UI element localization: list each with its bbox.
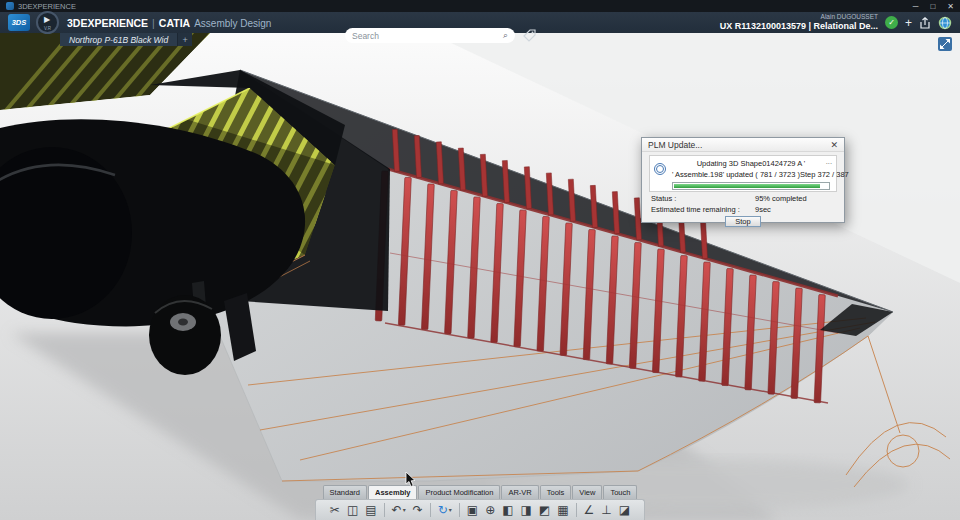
status-value: 95% completed	[755, 194, 807, 203]
dialog-step-counter: Step 372 / 387	[800, 170, 849, 179]
engineering-connection-button[interactable]: ∠	[584, 504, 595, 516]
toolbar-separator	[384, 503, 385, 517]
tab-ar-vr[interactable]: AR-VR	[501, 485, 538, 499]
compass-play-icon: ▶	[44, 16, 50, 24]
redo-button[interactable]: ↷	[413, 504, 423, 516]
tag-icon[interactable]	[523, 28, 536, 46]
plm-update-dialog[interactable]: PLM Update... ✕ ... Updating 3D Shape014…	[641, 137, 845, 223]
compass-sub-label: V.R	[38, 26, 57, 31]
3ds-logo[interactable]: 3DS	[8, 14, 30, 31]
tab-product-modification[interactable]: Product Modification	[418, 485, 500, 499]
dialog-more-button[interactable]: ...	[826, 157, 832, 166]
wheel-hub-center	[178, 319, 188, 326]
tab-standard[interactable]: Standard	[323, 485, 367, 499]
search-input[interactable]	[352, 31, 503, 41]
status-online-badge[interactable]: ✓	[885, 16, 898, 29]
toolbar-separator	[430, 503, 431, 517]
session-label: UX R1132100013579 | Relational De...	[720, 21, 878, 32]
axis-system-button[interactable]: ⊕	[485, 504, 495, 516]
search-icon[interactable]: ⌕	[503, 31, 508, 40]
collaboration-globe-icon[interactable]	[938, 16, 952, 30]
window-title: 3DEXPERIENCE	[18, 2, 76, 11]
update-dropdown-icon[interactable]: ▾	[449, 507, 452, 513]
mouse-cursor	[405, 472, 417, 492]
app-header: 3DS ▶ V.R 3DEXPERIENCE | CATIA Assembly …	[0, 12, 960, 33]
action-toolbar: ✂ ◫ ▤ ↶▾ ↷ ↻▾ ▣ ⊕ ◧ ◨ ◩ ▦ ∠ ⊥ ◪	[0, 499, 960, 520]
existing-product-button[interactable]: ◨	[521, 504, 532, 516]
assemble-button[interactable]: ▦	[557, 504, 568, 516]
application-window: 3DEXPERIENCE ─ □ ✕ 3DS ▶ V.R 3DEXPERIENC…	[0, 0, 960, 520]
search-bar[interactable]: ⌕	[345, 28, 515, 43]
ribbon-tab-bar: Standard Assembly Product Modification A…	[0, 485, 960, 499]
3d-scene-aircraft-wing[interactable]	[0, 33, 960, 520]
snap-button[interactable]: ◩	[539, 504, 550, 516]
minimize-button[interactable]: ─	[913, 2, 919, 11]
brand-role: Assembly Design	[194, 18, 271, 29]
maximize-button[interactable]: □	[930, 2, 935, 11]
toolbar-separator	[576, 503, 577, 517]
dialog-close-icon[interactable]: ✕	[830, 140, 838, 150]
insert-product-button[interactable]: ▣	[467, 504, 478, 516]
undo-dropdown-icon[interactable]: ▾	[403, 507, 406, 513]
3d-viewport[interactable]: Northrop P-61B Black Wid + PLM Update...…	[0, 33, 960, 520]
close-button[interactable]: ✕	[947, 2, 954, 11]
add-content-button[interactable]: +	[905, 17, 912, 29]
header-right-cluster: Alain DUGOUSSET UX R1132100013579 | Rela…	[720, 13, 952, 32]
section-button[interactable]: ◪	[619, 504, 630, 516]
brand-3dexperience: 3DEXPERIENCE	[67, 17, 148, 29]
status-label: Status :	[651, 194, 755, 203]
copy-button[interactable]: ◫	[347, 504, 358, 516]
dialog-updating-line: Updating 3D Shape01424729 A '	[672, 159, 830, 168]
brand-catia: CATIA	[159, 17, 190, 29]
new-component-button[interactable]: ◧	[502, 504, 513, 516]
dialog-titlebar[interactable]: PLM Update... ✕	[642, 138, 844, 152]
app-brand: 3DEXPERIENCE | CATIA Assembly Design	[67, 17, 271, 29]
toolbar-separator	[459, 503, 460, 517]
document-tab-label: Northrop P-61B Black Wid	[69, 35, 168, 45]
dialog-assemble-line: ' Assemble.198' updated ( 781 / 3723 )	[672, 170, 800, 179]
progress-bar	[672, 182, 830, 190]
share-icon[interactable]	[919, 17, 931, 29]
user-session-block: Alain DUGOUSSET UX R1132100013579 | Rela…	[720, 13, 878, 32]
tab-tools[interactable]: Tools	[540, 485, 572, 499]
eta-label: Estimated time remaining :	[651, 205, 755, 214]
user-name: Alain DUGOUSSET	[720, 13, 878, 21]
eta-value: 9sec	[755, 205, 771, 214]
document-tab-row: Northrop P-61B Black Wid +	[60, 33, 192, 46]
app-logo-icon	[6, 2, 14, 10]
cut-button[interactable]: ✂	[330, 504, 340, 516]
tab-view[interactable]: View	[572, 485, 602, 499]
update-button[interactable]: ↻▾	[438, 504, 452, 516]
document-tab[interactable]: Northrop P-61B Black Wid	[60, 33, 178, 46]
paste-button[interactable]: ▤	[365, 504, 376, 516]
tab-touch[interactable]: Touch	[603, 485, 637, 499]
expand-viewport-icon[interactable]	[938, 37, 952, 51]
os-titlebar: 3DEXPERIENCE ─ □ ✕	[0, 0, 960, 12]
undo-button[interactable]: ↶▾	[392, 504, 406, 516]
dialog-title: PLM Update...	[648, 140, 702, 150]
add-tab-button[interactable]: +	[178, 33, 192, 46]
progress-bar-fill	[674, 184, 820, 188]
stop-button[interactable]: Stop	[725, 216, 761, 227]
update-gear-icon	[654, 163, 666, 175]
dialog-progress-box: ... Updating 3D Shape01424729 A ' ' Asse…	[649, 155, 837, 192]
brand-separator: |	[152, 17, 155, 29]
fix-button[interactable]: ⊥	[601, 504, 611, 516]
3dexperience-compass-icon[interactable]: ▶ V.R	[36, 11, 59, 34]
